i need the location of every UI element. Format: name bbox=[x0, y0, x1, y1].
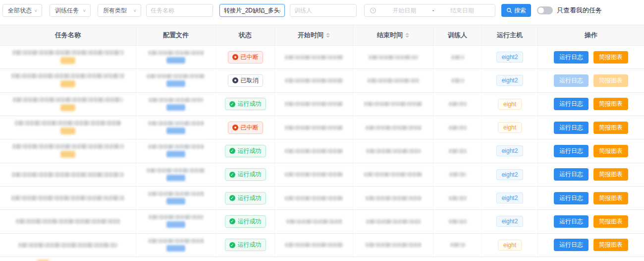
task-name-input[interactable] bbox=[146, 4, 213, 17]
search-button[interactable]: 搜索 bbox=[501, 4, 531, 17]
config-link-blurred[interactable] bbox=[166, 221, 185, 228]
cell-actions: 运行日志简报图表 bbox=[538, 116, 644, 139]
report-chart-button[interactable]: 简报图表 bbox=[593, 168, 628, 181]
run-log-button[interactable]: 运行日志 bbox=[554, 74, 589, 87]
status-label: 运行成功 bbox=[238, 194, 262, 202]
config-link-blurred[interactable] bbox=[166, 57, 185, 64]
report-chart-button[interactable]: 简报图表 bbox=[593, 122, 628, 134]
partial-row bbox=[0, 257, 644, 261]
config-file-blurred bbox=[148, 121, 204, 126]
status-label: 运行成功 bbox=[238, 170, 262, 179]
table-body: 已中断eight2运行日志简报图表已取消eight2运行日志简报图表✓运行成功e… bbox=[0, 46, 644, 257]
host-tag: eight bbox=[498, 240, 522, 251]
task-type-filter-select[interactable]: 训练任务 ∨ bbox=[50, 4, 91, 17]
cell-host: eight2 bbox=[482, 187, 538, 209]
run-log-button[interactable]: 运行日志 bbox=[554, 192, 589, 204]
col-header-task-name: 任务名称 bbox=[0, 25, 136, 45]
cell-start-time bbox=[275, 46, 353, 68]
trainer-blurred bbox=[451, 78, 464, 83]
cell-config-file bbox=[136, 139, 216, 162]
success-status-icon: ✓ bbox=[229, 101, 235, 107]
cell-trainer bbox=[433, 46, 482, 68]
cell-start-time bbox=[275, 93, 353, 116]
trainer-blurred bbox=[449, 219, 467, 224]
run-log-button[interactable]: 运行日志 bbox=[554, 239, 589, 251]
model-search-input[interactable] bbox=[219, 4, 285, 17]
category-filter-value: 所有类型 bbox=[103, 6, 127, 15]
end-time-blurred bbox=[366, 126, 421, 130]
cell-task-name bbox=[0, 187, 136, 209]
run-log-button[interactable]: 运行日志 bbox=[554, 215, 589, 228]
cell-actions: 运行日志简报图表 bbox=[538, 139, 644, 162]
host-tag: eight2 bbox=[496, 169, 524, 180]
report-chart-button[interactable]: 简报图表 bbox=[593, 145, 628, 157]
my-tasks-toggle-label: 只查看我的任务 bbox=[557, 6, 602, 15]
report-chart-button[interactable]: 简报图表 bbox=[593, 51, 628, 64]
date-range-picker[interactable]: 开始日期 - 结束日期 bbox=[364, 4, 495, 17]
col-header-start-time: 开始时间 bbox=[275, 25, 353, 45]
config-file-blurred bbox=[148, 144, 204, 149]
report-chart-button[interactable]: 简报图表 bbox=[593, 239, 628, 251]
cell-status: ✓运行成功 bbox=[216, 93, 275, 116]
cell-start-time bbox=[275, 210, 353, 233]
cell-config-file bbox=[136, 210, 216, 233]
cell-task-name bbox=[0, 93, 136, 116]
status-filter-select[interactable]: 全部状态 ∨ bbox=[2, 4, 42, 17]
task-tag-blurred bbox=[60, 80, 75, 87]
run-log-button[interactable]: 运行日志 bbox=[554, 122, 589, 134]
report-chart-button[interactable]: 简报图表 bbox=[593, 192, 628, 204]
cell-start-time bbox=[275, 69, 353, 92]
table-row: 已中断eight2运行日志简报图表 bbox=[0, 46, 644, 69]
cell-host: eight bbox=[482, 234, 538, 257]
run-log-button[interactable]: 运行日志 bbox=[554, 168, 589, 181]
cell-task-name bbox=[0, 234, 136, 257]
start-time-blurred bbox=[285, 172, 343, 177]
table-row: ✓运行成功eight2运行日志简报图表 bbox=[0, 163, 644, 187]
end-time-blurred bbox=[369, 55, 418, 60]
my-tasks-toggle[interactable] bbox=[537, 6, 553, 14]
success-status-icon: ✓ bbox=[229, 195, 235, 201]
cell-status: ✓运行成功 bbox=[216, 187, 275, 209]
run-log-button[interactable]: 运行日志 bbox=[554, 145, 589, 157]
host-tag: eight bbox=[498, 122, 522, 133]
config-link-blurred[interactable] bbox=[166, 245, 185, 252]
report-chart-button[interactable]: 简报图表 bbox=[593, 98, 628, 110]
run-log-button[interactable]: 运行日志 bbox=[554, 51, 589, 64]
start-time-blurred bbox=[285, 102, 343, 106]
category-filter-select[interactable]: 所有类型 ∨ bbox=[98, 4, 141, 17]
report-chart-button[interactable]: 简报图表 bbox=[593, 74, 628, 87]
end-date-placeholder: 结束日期 bbox=[434, 6, 490, 15]
start-time-blurred bbox=[285, 243, 343, 247]
col-header-trainer: 训练人 bbox=[433, 25, 482, 45]
host-tag: eight2 bbox=[496, 75, 524, 86]
cell-host: eight bbox=[482, 116, 538, 139]
end-time-blurred bbox=[366, 243, 421, 247]
cell-status: ✓运行成功 bbox=[216, 139, 275, 162]
status-badge: ✓运行成功 bbox=[225, 168, 266, 181]
cell-trainer bbox=[433, 234, 482, 257]
search-button-label: 搜索 bbox=[514, 6, 526, 15]
status-label: 已取消 bbox=[241, 76, 259, 85]
config-link-blurred[interactable] bbox=[166, 104, 185, 111]
report-chart-button[interactable]: 简报图表 bbox=[593, 215, 628, 228]
config-link-blurred[interactable] bbox=[166, 80, 185, 87]
sort-end-time[interactable] bbox=[405, 33, 409, 38]
cell-actions: 运行日志简报图表 bbox=[538, 210, 644, 233]
col-header-actions: 操作 bbox=[538, 25, 644, 45]
trainer-input[interactable] bbox=[290, 4, 357, 17]
config-link-blurred[interactable] bbox=[166, 198, 185, 204]
run-log-button[interactable]: 运行日志 bbox=[554, 98, 589, 110]
status-label: 运行成功 bbox=[238, 147, 262, 155]
status-badge: 已中断 bbox=[228, 51, 263, 64]
config-link-blurred[interactable] bbox=[166, 128, 185, 134]
sort-start-time[interactable] bbox=[326, 33, 330, 38]
config-link-blurred[interactable] bbox=[166, 151, 185, 157]
cell-config-file bbox=[136, 46, 216, 68]
filter-bar: 全部状态 ∨ 训练任务 ∨ 所有类型 ∨ 开始日期 - 结束日期 搜索 只查看我… bbox=[0, 0, 644, 21]
table-row: ✓运行成功eight2运行日志简报图表 bbox=[0, 187, 644, 210]
cell-task-name bbox=[0, 46, 136, 68]
chevron-down-icon: ∨ bbox=[34, 8, 38, 13]
config-link-blurred[interactable] bbox=[166, 175, 185, 181]
start-date-placeholder: 开始日期 bbox=[376, 6, 432, 15]
status-badge: 已取消 bbox=[228, 74, 263, 87]
